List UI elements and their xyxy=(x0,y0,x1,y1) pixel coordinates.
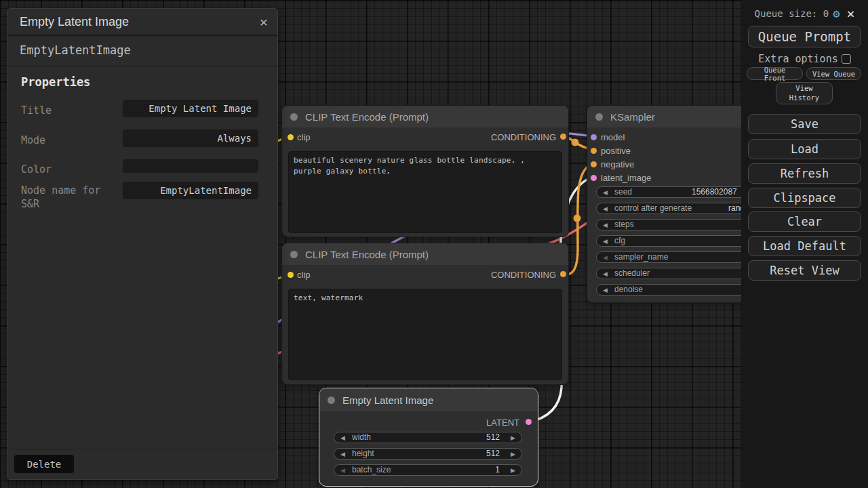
widget-height[interactable]: ◀ height 512 ▶ xyxy=(334,448,522,460)
widget-label: steps xyxy=(614,220,634,230)
clip-input-label: clip xyxy=(297,270,311,280)
color-field[interactable] xyxy=(123,159,258,173)
decrement-arrow-icon[interactable]: ◀ xyxy=(603,269,608,279)
properties-dialog: Empty Latent Image × EmptyLatentImage Pr… xyxy=(7,8,278,480)
title-field-label: Title xyxy=(21,104,123,117)
divider xyxy=(7,449,277,449)
widget-value: 1566802087 xyxy=(692,187,737,197)
load-button[interactable]: Load xyxy=(748,139,861,159)
comfyui-app: { "panel": { "title": "Empty Latent Imag… xyxy=(0,0,868,488)
decrement-arrow-icon[interactable]: ◀ xyxy=(340,466,345,475)
increment-arrow-icon[interactable]: ▶ xyxy=(511,466,515,475)
positive-input-label: positive xyxy=(601,146,631,156)
node-clip-text-encode-positive[interactable]: CLIP Text Encode (Prompt) clip CONDITION… xyxy=(281,105,569,237)
node-title: KSampler xyxy=(610,111,655,123)
node-status-dot-icon xyxy=(290,251,298,258)
node-title: CLIP Text Encode (Prompt) xyxy=(305,111,429,123)
decrement-arrow-icon[interactable]: ◀ xyxy=(603,204,608,214)
widget-label: control after generate xyxy=(614,203,692,214)
node-status-dot-icon xyxy=(328,396,335,404)
decrement-arrow-icon[interactable]: ◀ xyxy=(603,253,608,262)
extra-options-label: Extra options xyxy=(758,53,837,65)
conditioning-output-dot[interactable] xyxy=(560,271,566,277)
model-input-dot[interactable] xyxy=(591,134,597,140)
properties-heading: Properties xyxy=(21,75,90,89)
node-name-field-label: Node name for S&R xyxy=(21,184,123,211)
clip-input-dot[interactable] xyxy=(288,272,294,278)
node-type-name: EmptyLatentImage xyxy=(7,35,277,66)
decrement-arrow-icon[interactable]: ◀ xyxy=(340,433,345,443)
link-midpoint-dot[interactable] xyxy=(574,215,581,222)
refresh-button[interactable]: Refresh xyxy=(748,163,861,184)
widget-width[interactable]: ◀ width 512 ▶ xyxy=(334,432,522,443)
node-empty-latent-image[interactable]: Empty Latent Image LATENT ◀ width 512 ▶ … xyxy=(319,388,538,487)
node-clip-text-encode-negative[interactable]: CLIP Text Encode (Prompt) clip CONDITION… xyxy=(281,243,569,385)
clear-button[interactable]: Clear xyxy=(748,211,861,232)
view-history-label: View History xyxy=(787,84,821,102)
mode-field[interactable]: Always xyxy=(123,129,258,147)
queue-size-label: Queue size: 0 xyxy=(755,8,829,19)
queue-front-button[interactable]: Queue Front xyxy=(747,67,803,80)
node-titlebar[interactable]: Empty Latent Image xyxy=(319,388,538,411)
node-title: Empty Latent Image xyxy=(342,394,433,406)
queue-size-row: Queue size: 0 ⚙ × xyxy=(741,7,868,20)
view-queue-button[interactable]: View Queue xyxy=(806,67,861,80)
negative-input-label: negative xyxy=(601,159,634,169)
latent-image-input-dot[interactable] xyxy=(591,175,597,181)
widget-label: width xyxy=(352,432,371,443)
increment-arrow-icon[interactable]: ▶ xyxy=(511,449,515,459)
close-icon[interactable]: × xyxy=(846,7,854,20)
dialog-header: Empty Latent Image × xyxy=(7,9,277,36)
prompt-textarea[interactable] xyxy=(288,151,562,233)
widget-label: denoise xyxy=(614,285,643,295)
negative-input-dot[interactable] xyxy=(591,161,597,167)
clip-input-dot[interactable] xyxy=(288,134,294,140)
node-name-field[interactable]: EmptyLatentImage xyxy=(123,182,258,199)
widget-value: 512 xyxy=(486,432,500,443)
conditioning-output-dot[interactable] xyxy=(560,134,566,140)
mode-field-label: Mode xyxy=(21,134,123,147)
widget-value: 512 xyxy=(486,449,500,459)
decrement-arrow-icon[interactable]: ◀ xyxy=(603,188,608,197)
settings-gear-icon[interactable]: ⚙ xyxy=(833,8,840,20)
latent-output-dot[interactable] xyxy=(526,419,532,425)
increment-arrow-icon[interactable]: ▶ xyxy=(511,433,515,443)
widget-batch-size[interactable]: ◀ batch_size 1 ▶ xyxy=(334,464,522,476)
save-button[interactable]: Save xyxy=(748,114,861,134)
node-titlebar[interactable]: CLIP Text Encode (Prompt) xyxy=(282,106,568,127)
positive-input-dot[interactable] xyxy=(591,148,597,154)
model-input-label: model xyxy=(601,132,625,142)
decrement-arrow-icon[interactable]: ◀ xyxy=(603,285,608,295)
node-status-dot-icon xyxy=(290,113,298,121)
widget-label: height xyxy=(352,449,374,459)
load-default-button[interactable]: Load Default xyxy=(748,236,861,256)
node-titlebar[interactable]: CLIP Text Encode (Prompt) xyxy=(282,243,568,265)
decrement-arrow-icon[interactable]: ◀ xyxy=(340,449,345,459)
widget-label: sampler_name xyxy=(614,252,668,262)
title-field[interactable]: Empty Latent Image xyxy=(123,100,258,117)
prompt-textarea[interactable] xyxy=(288,289,562,380)
widget-value: 1 xyxy=(495,465,500,475)
extra-options-row: Extra options xyxy=(741,53,868,65)
decrement-arrow-icon[interactable]: ◀ xyxy=(603,220,608,230)
latent-output-label: LATENT xyxy=(486,418,519,428)
extra-options-checkbox[interactable] xyxy=(842,54,851,64)
clip-input-label: clip xyxy=(297,132,311,142)
decrement-arrow-icon[interactable]: ◀ xyxy=(603,237,608,246)
reset-view-button[interactable]: Reset View xyxy=(748,260,861,281)
close-icon[interactable]: × xyxy=(260,15,268,29)
node-status-dot-icon xyxy=(595,113,603,121)
view-history-button[interactable]: View History xyxy=(776,82,833,104)
link-midpoint-dot[interactable] xyxy=(572,139,579,146)
widget-label: scheduler xyxy=(614,268,650,279)
widget-label: cfg xyxy=(614,236,625,246)
color-field-label: Color xyxy=(21,163,123,176)
queue-prompt-button[interactable]: Queue Prompt xyxy=(748,26,861,47)
delete-button[interactable]: Delete xyxy=(14,455,74,473)
clipspace-button[interactable]: Clipspace xyxy=(748,188,861,208)
conditioning-output-label: CONDITIONING xyxy=(491,270,556,280)
conditioning-output-label: CONDITIONING xyxy=(491,132,556,142)
widget-label: batch_size xyxy=(352,465,391,475)
latent-image-input-label: latent_image xyxy=(601,173,651,183)
dialog-title: Empty Latent Image xyxy=(20,15,129,29)
